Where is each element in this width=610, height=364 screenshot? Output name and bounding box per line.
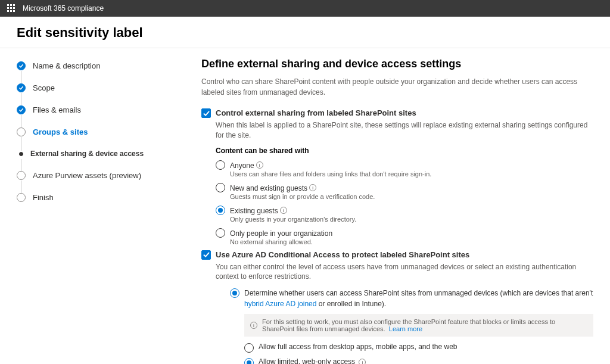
wizard-step[interactable]: External sharing & device access [17, 150, 195, 171]
checkbox-control-external-sharing[interactable] [201, 108, 211, 118]
radio-sharing-option[interactable] [216, 228, 225, 238]
step-label: Finish [33, 193, 54, 202]
wizard-step[interactable]: Files & emails [17, 105, 195, 127]
wizard-step[interactable]: Scope [17, 83, 195, 105]
checkbox-label: Control external sharing from labeled Sh… [216, 108, 416, 117]
radio-access-level[interactable] [244, 343, 254, 353]
radio-sharing-option[interactable] [216, 206, 225, 215]
link-hybrid-azure-ad[interactable]: hybrid Azure AD joined [244, 300, 316, 308]
step-dot-icon [19, 152, 23, 156]
main-panel: Define external sharing and device acces… [195, 58, 593, 364]
waffle-icon[interactable] [7, 4, 15, 13]
radio-label: Determine whether users can access Share… [244, 288, 593, 309]
section-heading: Define external sharing and device acces… [201, 58, 593, 70]
check-icon [17, 83, 26, 92]
radio-label: Allow limited, web-only access i [259, 357, 366, 364]
step-label: Groups & sites [33, 127, 88, 136]
step-label: Files & emails [33, 105, 81, 114]
app-header: Microsoft 365 compliance [0, 0, 610, 17]
wizard-step[interactable]: Groups & sites [17, 127, 195, 150]
info-icon[interactable]: i [309, 184, 316, 191]
radio-label: Allow full access from desktop apps, mob… [259, 343, 458, 351]
radio-label: Existing guestsiOnly guests in your orga… [230, 205, 356, 223]
radio-label: AnyoneiUsers can share files and folders… [230, 160, 431, 178]
wizard-step[interactable]: Azure Purview assets (preview) [17, 171, 195, 193]
step-label: Name & description [33, 61, 100, 70]
step-dot-icon [17, 171, 26, 180]
radio-sharing-option[interactable] [216, 160, 225, 170]
check-icon [17, 61, 26, 70]
radio-access-level[interactable] [244, 358, 254, 364]
wizard-steps-sidebar: Name & descriptionScopeFiles & emailsGro… [17, 58, 195, 364]
link-learn-more[interactable]: Learn more [389, 325, 422, 332]
step-dot-icon [17, 193, 26, 202]
wizard-step[interactable]: Name & description [17, 61, 195, 83]
step-label: External sharing & device access [30, 150, 144, 158]
info-icon: i [250, 322, 257, 329]
page-title: Edit sensitivity label [0, 17, 610, 48]
step-label: Scope [33, 83, 55, 92]
checkbox-azure-ad-conditional-access[interactable] [201, 250, 211, 260]
info-icon[interactable]: i [280, 207, 287, 214]
section1-subtitle: Content can be shared with [216, 147, 593, 155]
section1-subtext: When this label is applied to a SharePoi… [216, 120, 593, 141]
info-icon[interactable]: i [256, 161, 263, 169]
radio-label: New and existing guestsiGuests must sign… [230, 182, 375, 200]
step-label: Azure Purview assets (preview) [33, 171, 141, 180]
radio-unmanaged-devices[interactable] [230, 288, 239, 298]
wizard-step[interactable]: Finish [17, 193, 195, 202]
step-dot-icon [17, 127, 26, 136]
product-name: Microsoft 365 compliance [23, 4, 104, 13]
infobox-unmanaged-warning: i For this setting to work, you must als… [244, 314, 593, 337]
radio-sharing-option[interactable] [216, 183, 225, 192]
checkbox-label: Use Azure AD Conditional Access to prote… [216, 250, 469, 259]
section2-subtext: You can either control the level of acce… [216, 262, 593, 282]
radio-label: Only people in your organizationNo exter… [230, 228, 332, 245]
check-icon [17, 105, 26, 114]
section-description: Control who can share SharePoint content… [201, 76, 593, 98]
info-icon[interactable]: i [359, 359, 366, 364]
